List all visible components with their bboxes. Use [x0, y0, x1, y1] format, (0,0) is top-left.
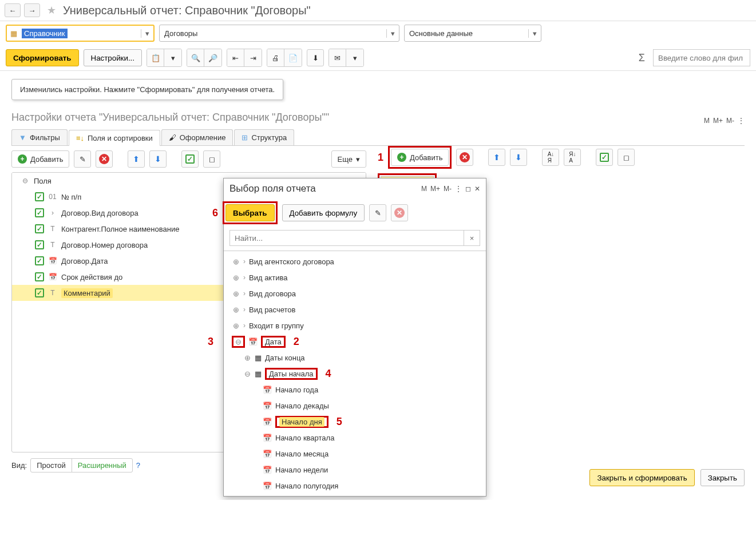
- tab-structure[interactable]: ⊞Структура: [234, 129, 294, 145]
- annotation-6: 6: [212, 207, 218, 219]
- fields-tree-header: Поля: [34, 177, 52, 185]
- popup-more-icon[interactable]: ⋮: [455, 185, 462, 193]
- expand-icon[interactable]: ⇥: [244, 49, 262, 66]
- search-input[interactable]: [653, 49, 750, 66]
- sort-check-all[interactable]: ✓: [596, 149, 613, 166]
- popup-maximize-icon[interactable]: ◻: [465, 185, 471, 193]
- mem-mp[interactable]: M+: [713, 117, 723, 125]
- sort-down-button[interactable]: ⬇: [510, 149, 527, 166]
- sort-up-button[interactable]: ⬆: [488, 149, 505, 166]
- nav-back-button[interactable]: ←: [5, 3, 21, 17]
- data-combo[interactable]: Основные данные ▾: [404, 25, 541, 42]
- popup-mem-mm[interactable]: M-: [444, 185, 452, 193]
- close-button[interactable]: Закрыть: [700, 469, 745, 486]
- tree-item[interactable]: ⊕›Вид агентского договора: [224, 253, 486, 269]
- save-icon[interactable]: ⬇: [307, 49, 324, 66]
- tree-item[interactable]: ⊕›Входит в группу: [224, 317, 486, 333]
- form-button[interactable]: Сформировать: [6, 49, 79, 66]
- dropdown-icon[interactable]: ▾: [346, 49, 363, 66]
- popup-search-input[interactable]: [229, 230, 464, 246]
- uncheck-all-button[interactable]: ◻: [203, 150, 220, 168]
- chevron-down-icon[interactable]: ▾: [141, 29, 153, 38]
- view-simple-button[interactable]: Простой: [31, 459, 72, 472]
- sort-delete-button[interactable]: ✕: [456, 149, 473, 166]
- annotation-4: 4: [326, 368, 331, 380]
- section-title: Настройки отчета "Универсальный отчет: С…: [11, 112, 329, 124]
- sort-desc-icon[interactable]: Я↓А: [564, 149, 581, 166]
- tree-item-data[interactable]: 3 ⊖ 📅 Дата 2: [224, 333, 486, 350]
- popup-mem-mp[interactable]: M+: [430, 185, 440, 193]
- preview-icon[interactable]: 📄: [284, 49, 302, 66]
- popup-search-clear[interactable]: ×: [464, 230, 480, 246]
- edit-icon[interactable]: ✎: [74, 150, 91, 168]
- tree-item[interactable]: 📅Начало месяца: [224, 446, 486, 462]
- data-combo-value: Основные данные: [405, 29, 528, 38]
- tree-item[interactable]: ⊕›Вид договора: [224, 285, 486, 301]
- tree-item[interactable]: 📅Начало недели: [224, 462, 486, 478]
- popup-title: Выбор поля отчета: [229, 183, 421, 194]
- sort-uncheck-all[interactable]: ◻: [618, 149, 635, 166]
- print-icon[interactable]: 🖨: [267, 49, 284, 66]
- annotation-2: 2: [294, 336, 299, 348]
- annotation-5: 5: [337, 416, 342, 428]
- check-all-button[interactable]: ✓: [181, 150, 199, 168]
- mem-m[interactable]: M: [704, 117, 710, 125]
- favorite-icon[interactable]: ★: [47, 4, 56, 17]
- popup-mem-m[interactable]: M: [421, 185, 427, 193]
- type-combo-value: Справочник: [22, 29, 68, 38]
- paste-icon[interactable]: 📋: [147, 49, 164, 66]
- tree-item-start-day[interactable]: 📅 Начало дня 5: [224, 414, 486, 430]
- sigma-icon[interactable]: Σ: [639, 52, 645, 64]
- collapse-icon[interactable]: ⇤: [227, 49, 244, 66]
- popup-close-icon[interactable]: ✕: [474, 185, 480, 193]
- tree-item[interactable]: ⊕›Вид расчетов: [224, 301, 486, 317]
- tree-item[interactable]: 📅Начало квартала: [224, 430, 486, 446]
- settings-button[interactable]: Настройки...: [84, 49, 142, 66]
- chevron-down-icon[interactable]: ▾: [528, 29, 541, 38]
- object-combo-value: Договоры: [160, 29, 386, 38]
- move-up-button[interactable]: ⬆: [128, 150, 145, 168]
- nav-forward-button[interactable]: →: [24, 3, 40, 17]
- object-combo[interactable]: Договоры ▾: [159, 25, 399, 42]
- tab-fields[interactable]: ≡↓Поля и сортировки: [69, 130, 160, 146]
- view-label: Вид:: [11, 461, 27, 470]
- tree-item[interactable]: 📅Начало года: [224, 382, 486, 398]
- tree-item[interactable]: ⊕›Вид актива: [224, 269, 486, 285]
- popup-tree: ⊕›Вид агентского договора ⊕›Вид актива ⊕…: [224, 251, 486, 496]
- sort-asc-icon[interactable]: А↓Я: [542, 149, 559, 166]
- annotation-1: 1: [378, 152, 383, 164]
- dropdown-icon[interactable]: ▾: [164, 49, 181, 66]
- tab-filters[interactable]: ▼Фильтры: [11, 129, 68, 145]
- page-title: Универсальный отчет: Справочник "Договор…: [63, 4, 311, 17]
- search-next-icon[interactable]: 🔎: [204, 49, 221, 66]
- delete-button[interactable]: ✕: [96, 150, 113, 168]
- notice-banner: Изменились настройки. Нажмите "Сформиров…: [11, 79, 283, 100]
- sort-add-button[interactable]: +Добавить: [391, 149, 449, 166]
- close-and-form-button[interactable]: Закрыть и сформировать: [589, 469, 694, 486]
- popup-add-formula-button[interactable]: Добавить формулу: [282, 204, 365, 221]
- move-down-button[interactable]: ⬇: [149, 150, 167, 168]
- type-combo[interactable]: ▦ Справочник ▾: [6, 25, 155, 42]
- field-picker-popup: Выбор поля отчета M M+ M- ⋮ ◻ ✕ 6 Выбрат…: [223, 178, 486, 497]
- help-link[interactable]: ?: [136, 461, 140, 470]
- fields-add-button[interactable]: +Добавить: [11, 150, 69, 168]
- tab-design[interactable]: 🖌Оформление: [161, 129, 233, 145]
- more-button[interactable]: Еще ▾: [331, 150, 366, 168]
- search-icon[interactable]: 🔍: [187, 49, 204, 66]
- mem-mm[interactable]: M-: [726, 117, 734, 125]
- tree-item[interactable]: 📅Начало декады: [224, 398, 486, 414]
- chevron-down-icon[interactable]: ▾: [386, 29, 399, 38]
- tree-item[interactable]: ⊕▦Даты конца: [224, 350, 486, 366]
- email-icon[interactable]: ✉: [329, 49, 346, 66]
- popup-edit-icon[interactable]: ✎: [369, 204, 386, 221]
- popup-choose-button[interactable]: Выбрать: [225, 204, 275, 221]
- popup-delete-button[interactable]: ✕: [391, 204, 408, 221]
- tree-item[interactable]: 📅Начало полугодия: [224, 478, 486, 494]
- more-icon[interactable]: ⋮: [738, 117, 745, 125]
- tree-item-start-dates[interactable]: ⊖▦ Даты начала 4: [224, 366, 486, 382]
- view-advanced-button[interactable]: Расширенный: [72, 459, 132, 472]
